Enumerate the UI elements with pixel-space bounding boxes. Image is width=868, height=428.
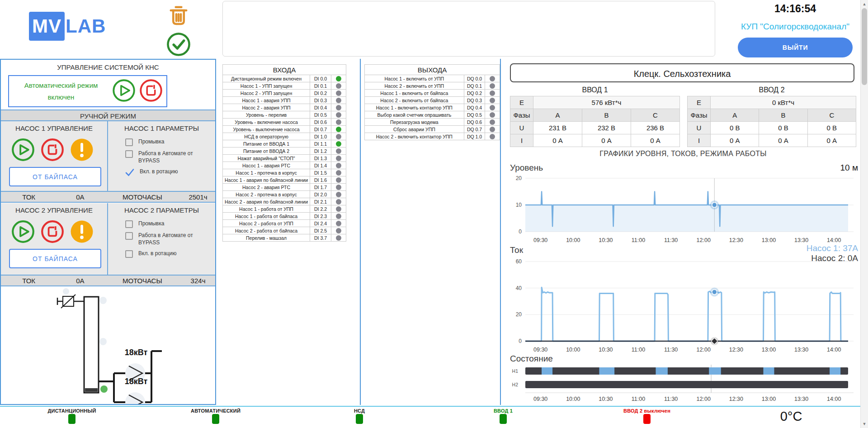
confirm-check-icon[interactable] (165, 31, 192, 59)
scrollbar-thumb[interactable] (862, 8, 867, 85)
checkbox-checked-icon[interactable] (125, 168, 134, 176)
io-label: Питание от ВВОДА 1 (223, 140, 310, 147)
io-row: Выбор какой счетчик опрашиватьDQ 0.5 (365, 111, 500, 119)
io-indicator-off (336, 221, 341, 226)
io-row: Насос 2 - авария по байпасной линииDI 2.… (223, 198, 346, 205)
svg-text:12:30: 12:30 (729, 237, 743, 243)
io-row: Насос 1 - авария по байпасной линииDI 1.… (223, 176, 346, 184)
svg-text:0: 0 (519, 228, 522, 235)
svg-text:10:00: 10:00 (566, 396, 580, 402)
io-indicator-off (336, 228, 341, 233)
io-label: Насос 2 - авария по байпасной линии (223, 198, 310, 205)
checkbox[interactable] (125, 138, 133, 146)
status-led (643, 414, 651, 424)
pump2-alarm-button[interactable] (70, 219, 94, 246)
svg-text:13:00: 13:00 (762, 237, 776, 243)
feed-voltage-value: 232 В (582, 122, 631, 134)
checkbox[interactable] (125, 232, 133, 240)
pump2-block: НАСОС 2 УПРАВЛЕНИЕ ОТ БАЙПАСА НАСОС 2 ПА… (1, 203, 215, 275)
outputs-panel: ВЫХОДАНасос 1 - включить от УППDQ 0.0Нас… (361, 59, 501, 405)
feed-current-value: 0 А (759, 134, 807, 147)
level-current-value: 10 м (840, 163, 858, 173)
svg-text:12:30: 12:30 (729, 347, 743, 353)
io-address: DQ 0.2 (464, 90, 485, 97)
pump2-param-row: Вкл. в ротацию (125, 250, 212, 258)
io-row: Уровень - включение насосаDI 0.6 (223, 119, 346, 126)
pump1-alarm-button[interactable] (70, 138, 94, 164)
io-indicator-on (336, 76, 341, 81)
io-address: DI 0.7 (310, 126, 331, 133)
feed-phase-label: В (582, 109, 631, 122)
io-label: Насос 1 - работа от байпаса (223, 213, 310, 220)
io-address: DI 3.7 (310, 234, 331, 242)
io-row: Насос 1 - включить контактор УППDQ 0.4 (365, 104, 500, 111)
io-row: Насос 1 - работа от УППDI 2.2 (223, 205, 346, 213)
io-row: Насос 1 - УПП запущенDI 0.1 (223, 82, 346, 90)
io-row: Насос 2 - работа от байпасаDI 2.5 (223, 227, 346, 234)
io-address: DI 0.3 (310, 97, 331, 104)
io-address: DI 1.7 (310, 184, 331, 191)
pump1-bypass-button[interactable]: ОТ БАЙПАСА (9, 167, 101, 186)
io-indicator-off (490, 76, 495, 81)
pump2-start-button[interactable] (11, 219, 35, 246)
io-address: DQ 0.5 (464, 111, 485, 119)
svg-text:10:30: 10:30 (599, 396, 613, 402)
status-item-label: ВВОД 1 (431, 408, 575, 414)
control-panel-title: УПРАВЛЕНИЕ СИСТЕМОЙ КНС (1, 60, 215, 71)
page-scrollbar[interactable]: ▲ ▼ (860, 0, 868, 428)
station-name: Клецк. Сельхозтехника (510, 63, 854, 82)
io-address: DI 2.5 (310, 227, 331, 234)
header-empty-panel (222, 1, 715, 57)
pump1-control-title: НАСОС 1 УПРАВЛЕНИЕ (1, 121, 107, 132)
level-chart[interactable]: 0102009:3010:0010:3011:0011:3012:0012:30… (510, 174, 858, 246)
io-label: Нажат аварийный "СТОП" (223, 155, 310, 162)
status-item: АВТОМАТИЧЕСКИЙ (144, 407, 288, 428)
svg-text:11:30: 11:30 (664, 237, 678, 243)
io-table-title: ВХОДА (223, 65, 346, 75)
svg-text:14:00: 14:00 (827, 237, 841, 243)
trash-icon[interactable] (165, 2, 192, 30)
io-row: Насос 1 - протечка в корпусDI 1.5 (223, 169, 346, 176)
logout-button[interactable]: ВЫЙТИ (738, 38, 853, 57)
scroll-down-icon[interactable]: ▼ (861, 422, 868, 426)
level-sensor-active-icon (100, 385, 108, 393)
svg-text:09:30: 09:30 (533, 347, 547, 353)
svg-text:12:00: 12:00 (697, 396, 711, 402)
io-label: Насос 2 - протечка в корпус (223, 191, 310, 198)
feed-voltage-value: 0 В (759, 122, 807, 134)
scroll-up-icon[interactable]: ▲ (861, 2, 868, 6)
logo-lab: LAB (66, 15, 106, 37)
svg-text:11:00: 11:00 (632, 396, 645, 402)
status-item: НСД (288, 407, 431, 428)
io-row: Насос 2 - авария УППDI 0.4 (223, 104, 346, 111)
pump2-bypass-button[interactable]: ОТ БАЙПАСА (9, 249, 101, 268)
tank (84, 297, 99, 393)
auto-stop-button[interactable] (138, 78, 164, 105)
clock: 14:16:54 (736, 3, 854, 15)
svg-text:13:30: 13:30 (794, 237, 808, 243)
checkbox-label: Работа в Автомате от BYPASS (138, 232, 206, 246)
pump2-stop-button[interactable] (40, 219, 65, 246)
io-row: Насос 2 - УПП запущенDI 0.2 (223, 90, 346, 97)
io-address: DI 2.3 (310, 213, 331, 220)
io-indicator-off (336, 199, 341, 204)
checkbox-label: Вкл. в ротацию (140, 168, 178, 176)
io-label: Насос 1 - включить от байпаса (365, 90, 464, 97)
io-row: Насос 2 - работа от УППDI 2.4 (223, 220, 346, 227)
svg-text:10:00: 10:00 (566, 347, 580, 353)
io-label: Дистанционный режим включен (223, 75, 310, 82)
level-chart-title: Уровень (510, 163, 543, 173)
checkbox[interactable] (125, 250, 133, 258)
pump1-stop-button[interactable] (40, 138, 65, 164)
pump1-start-button[interactable] (11, 138, 35, 164)
pump2-control-title: НАСОС 2 УПРАВЛЕНИЕ (1, 203, 107, 214)
legend-pump1: Насос 1: 37А (510, 243, 858, 253)
current-chart[interactable]: 020406009:3010:0010:3011:0011:3012:0012:… (510, 255, 858, 357)
io-address: DI 1.3 (310, 155, 331, 162)
auto-start-button[interactable] (111, 78, 137, 105)
checkbox[interactable] (125, 150, 133, 158)
io-label: Уровень - перелив (223, 111, 310, 119)
checkbox[interactable] (125, 220, 133, 228)
state-chart[interactable]: H1H209:3010:0010:3011:0011:3012:0012:301… (510, 365, 858, 405)
svg-text:20: 20 (516, 175, 522, 181)
